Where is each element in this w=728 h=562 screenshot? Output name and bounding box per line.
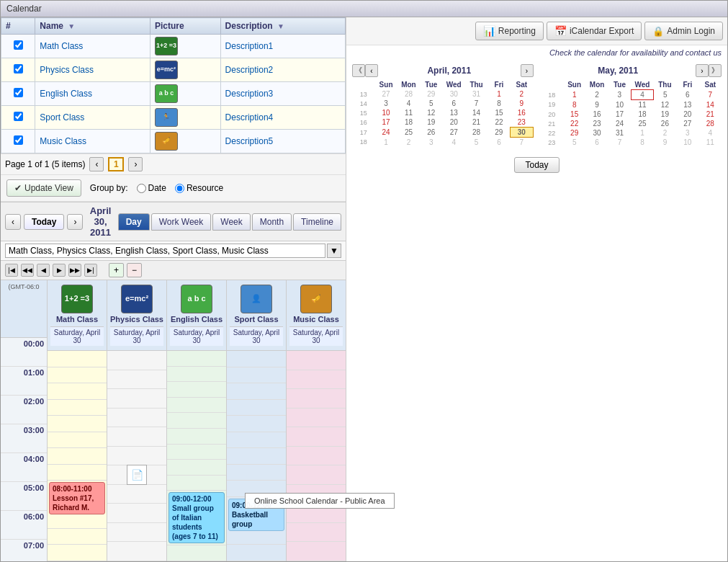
icalendar-button[interactable]: 📅 iCalendar Export [547, 22, 642, 40]
res-slot-2-1[interactable] [167, 367, 226, 383]
res-slot-3-0[interactable] [227, 351, 286, 367]
cal-day[interactable]: 12 [654, 100, 676, 110]
res-slot-2-0[interactable] [167, 351, 226, 367]
cal-day[interactable]: 20 [443, 117, 465, 128]
row-checkbox-2[interactable] [14, 88, 23, 97]
cal-day[interactable]: 2 [397, 138, 420, 148]
event-math[interactable]: 08:00-11:00 Lesson #17,Richard M. [49, 482, 105, 514]
cal-day[interactable]: 23 [511, 117, 533, 128]
res-slot-0-8[interactable]: 08:00-11:00 Lesson #17,Richard M. [48, 481, 107, 529]
cal-day[interactable]: 6 [585, 138, 608, 147]
update-view-button[interactable]: ✔ Update View [6, 179, 81, 197]
event-english[interactable]: 09:00-12:00 Small group of Italian stude… [168, 492, 225, 543]
reporting-button[interactable]: 📊 Reporting [475, 22, 544, 40]
res-slot-0-5[interactable] [48, 432, 107, 449]
mini-today-button[interactable]: Today [514, 157, 559, 173]
res-slot-4-5[interactable] [287, 447, 346, 466]
res-slot-0-1[interactable] [48, 367, 107, 384]
res-slot-1-1[interactable] [107, 370, 166, 390]
cal-day[interactable]: 1 [563, 90, 585, 100]
cal-day[interactable]: 26 [654, 119, 676, 128]
res-slot-1-0[interactable] [107, 351, 166, 370]
prev-page-button[interactable]: ‹ [89, 157, 104, 171]
cal-day[interactable]: 22 [487, 117, 510, 128]
cal-day[interactable]: 31 [465, 89, 487, 99]
cal-day[interactable]: 3 [608, 90, 631, 100]
res-slot-0-4[interactable] [48, 416, 107, 432]
cal-day[interactable]: 30 [585, 128, 608, 138]
res-slot-3-2[interactable] [227, 383, 286, 400]
cal-day[interactable]: 4 [631, 90, 653, 100]
cal-day[interactable]: 1 [374, 138, 397, 148]
cal-day[interactable]: 9 [511, 99, 533, 108]
resource-dropdown-arrow[interactable]: ▼ [327, 244, 341, 258]
april-prev-button[interactable]: 《 [352, 64, 365, 77]
cal-day[interactable]: 25 [397, 128, 420, 138]
cal-day[interactable]: 7 [608, 138, 631, 147]
res-slot-4-9[interactable] [287, 523, 346, 543]
res-slot-2-2[interactable] [167, 382, 226, 398]
res-slot-1-3[interactable] [107, 409, 166, 428]
cal-day[interactable]: 22 [563, 119, 585, 128]
radio-date[interactable] [137, 184, 146, 193]
cal-day[interactable]: 7 [699, 90, 722, 100]
res-slot-1-5[interactable] [107, 447, 166, 466]
res-slot-1-9[interactable] [107, 523, 166, 543]
cal-day[interactable]: 8 [487, 99, 510, 108]
tab-day[interactable]: Day [118, 213, 150, 231]
res-slot-0-2[interactable] [48, 383, 107, 400]
prev-button[interactable]: ◀ [37, 264, 50, 277]
res-slot-1-8[interactable] [107, 504, 166, 523]
res-slot-4-3[interactable] [287, 409, 346, 428]
res-slot-2-9[interactable]: 09:00-12:00 Small group of Italian stude… [167, 491, 226, 545]
step-back-button[interactable]: ◀◀ [21, 264, 34, 277]
cal-day[interactable]: 27 [676, 119, 698, 128]
cal-day[interactable]: 4 [699, 128, 722, 138]
cal-day[interactable]: 3 [420, 138, 442, 148]
cal-day[interactable]: 28 [699, 119, 722, 128]
cal-day[interactable]: 10 [374, 108, 397, 117]
res-slot-0-7[interactable] [48, 465, 107, 481]
cal-day[interactable]: 30 [511, 128, 533, 138]
res-slot-2-3[interactable] [167, 398, 226, 414]
res-slot-0-3[interactable] [48, 400, 107, 416]
jump-end-button[interactable]: ▶| [84, 264, 97, 277]
cal-day[interactable]: 27 [443, 128, 465, 138]
cal-day[interactable]: 27 [374, 89, 397, 99]
cal-day[interactable]: 16 [585, 110, 608, 119]
res-slot-0-6[interactable] [48, 448, 107, 465]
april-prev2-button[interactable]: ‹ [365, 64, 378, 77]
res-slot-4-10[interactable] [287, 542, 346, 561]
cal-day[interactable]: 21 [699, 110, 722, 119]
col-header-description[interactable]: Description ▼ [220, 18, 345, 35]
res-slot-2-10[interactable] [167, 545, 226, 561]
cal-day[interactable]: 28 [397, 89, 420, 99]
res-slot-2-7[interactable] [167, 460, 226, 476]
april-next-button[interactable]: › [521, 64, 534, 77]
tab-work-week[interactable]: Work Week [151, 213, 212, 231]
cal-day[interactable]: 11 [397, 108, 420, 117]
cal-day[interactable]: 17 [374, 117, 397, 128]
cal-day[interactable]: 8 [563, 100, 585, 110]
res-slot-2-4[interactable] [167, 413, 226, 429]
res-slot-1-4[interactable] [107, 427, 166, 447]
res-slot-0-9[interactable] [48, 529, 107, 545]
cal-day[interactable]: 5 [420, 99, 442, 108]
cal-day[interactable]: 18 [397, 117, 420, 128]
cal-day[interactable]: 13 [443, 108, 465, 117]
cal-day[interactable]: 23 [585, 119, 608, 128]
res-slot-4-0[interactable] [287, 351, 346, 370]
step-forward-button[interactable]: ▶▶ [68, 264, 81, 277]
cal-day[interactable]: 29 [420, 89, 442, 99]
cal-day[interactable]: 29 [563, 128, 585, 138]
res-slot-3-7[interactable] [227, 465, 286, 481]
res-slot-1-2[interactable] [107, 389, 166, 409]
next-button[interactable]: ▶ [53, 264, 66, 277]
res-slot-3-3[interactable] [227, 400, 286, 416]
cal-day[interactable]: 19 [420, 117, 442, 128]
cal-day[interactable]: 15 [487, 108, 510, 117]
current-page[interactable]: 1 [108, 157, 124, 171]
cal-day[interactable]: 7 [465, 99, 487, 108]
cal-day[interactable]: 16 [511, 108, 533, 117]
res-slot-2-8[interactable] [167, 476, 226, 491]
